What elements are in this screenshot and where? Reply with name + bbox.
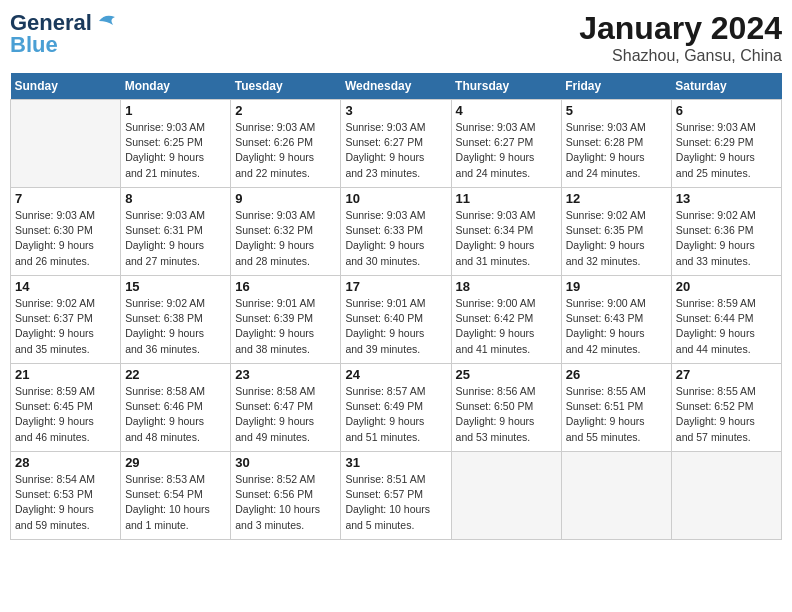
calendar-cell: 12Sunrise: 9:02 AMSunset: 6:35 PMDayligh… bbox=[561, 188, 671, 276]
calendar-cell: 9Sunrise: 9:03 AMSunset: 6:32 PMDaylight… bbox=[231, 188, 341, 276]
calendar-cell: 29Sunrise: 8:53 AMSunset: 6:54 PMDayligh… bbox=[121, 452, 231, 540]
day-info: Sunrise: 9:02 AMSunset: 6:38 PMDaylight:… bbox=[125, 296, 226, 357]
day-info: Sunrise: 9:03 AMSunset: 6:25 PMDaylight:… bbox=[125, 120, 226, 181]
day-number: 11 bbox=[456, 191, 557, 206]
calendar-cell: 14Sunrise: 9:02 AMSunset: 6:37 PMDayligh… bbox=[11, 276, 121, 364]
day-info: Sunrise: 9:03 AMSunset: 6:34 PMDaylight:… bbox=[456, 208, 557, 269]
day-info: Sunrise: 9:03 AMSunset: 6:32 PMDaylight:… bbox=[235, 208, 336, 269]
calendar-cell: 25Sunrise: 8:56 AMSunset: 6:50 PMDayligh… bbox=[451, 364, 561, 452]
day-info: Sunrise: 9:00 AMSunset: 6:42 PMDaylight:… bbox=[456, 296, 557, 357]
day-number: 23 bbox=[235, 367, 336, 382]
calendar-cell: 31Sunrise: 8:51 AMSunset: 6:57 PMDayligh… bbox=[341, 452, 451, 540]
day-number: 18 bbox=[456, 279, 557, 294]
calendar-cell: 28Sunrise: 8:54 AMSunset: 6:53 PMDayligh… bbox=[11, 452, 121, 540]
day-number: 30 bbox=[235, 455, 336, 470]
day-header-sunday: Sunday bbox=[11, 73, 121, 100]
day-number: 12 bbox=[566, 191, 667, 206]
day-info: Sunrise: 8:57 AMSunset: 6:49 PMDaylight:… bbox=[345, 384, 446, 445]
page-header: General Blue January 2024 Shazhou, Gansu… bbox=[10, 10, 782, 65]
calendar-cell: 6Sunrise: 9:03 AMSunset: 6:29 PMDaylight… bbox=[671, 100, 781, 188]
day-info: Sunrise: 9:02 AMSunset: 6:35 PMDaylight:… bbox=[566, 208, 667, 269]
logo-bird-icon bbox=[95, 11, 123, 31]
calendar-cell: 4Sunrise: 9:03 AMSunset: 6:27 PMDaylight… bbox=[451, 100, 561, 188]
day-header-wednesday: Wednesday bbox=[341, 73, 451, 100]
day-number: 25 bbox=[456, 367, 557, 382]
day-number: 6 bbox=[676, 103, 777, 118]
day-number: 8 bbox=[125, 191, 226, 206]
week-row-5: 28Sunrise: 8:54 AMSunset: 6:53 PMDayligh… bbox=[11, 452, 782, 540]
day-info: Sunrise: 8:58 AMSunset: 6:47 PMDaylight:… bbox=[235, 384, 336, 445]
calendar-cell bbox=[671, 452, 781, 540]
day-info: Sunrise: 8:54 AMSunset: 6:53 PMDaylight:… bbox=[15, 472, 116, 533]
day-number: 19 bbox=[566, 279, 667, 294]
day-info: Sunrise: 8:53 AMSunset: 6:54 PMDaylight:… bbox=[125, 472, 226, 533]
calendar-cell: 1Sunrise: 9:03 AMSunset: 6:25 PMDaylight… bbox=[121, 100, 231, 188]
calendar-cell: 23Sunrise: 8:58 AMSunset: 6:47 PMDayligh… bbox=[231, 364, 341, 452]
day-info: Sunrise: 9:01 AMSunset: 6:39 PMDaylight:… bbox=[235, 296, 336, 357]
day-header-friday: Friday bbox=[561, 73, 671, 100]
calendar-subtitle: Shazhou, Gansu, China bbox=[579, 47, 782, 65]
calendar-cell bbox=[11, 100, 121, 188]
calendar-header-row: SundayMondayTuesdayWednesdayThursdayFrid… bbox=[11, 73, 782, 100]
day-number: 27 bbox=[676, 367, 777, 382]
day-info: Sunrise: 9:03 AMSunset: 6:27 PMDaylight:… bbox=[345, 120, 446, 181]
calendar-cell: 21Sunrise: 8:59 AMSunset: 6:45 PMDayligh… bbox=[11, 364, 121, 452]
day-number: 24 bbox=[345, 367, 446, 382]
calendar-cell: 5Sunrise: 9:03 AMSunset: 6:28 PMDaylight… bbox=[561, 100, 671, 188]
logo: General Blue bbox=[10, 10, 123, 58]
day-number: 20 bbox=[676, 279, 777, 294]
day-info: Sunrise: 9:03 AMSunset: 6:28 PMDaylight:… bbox=[566, 120, 667, 181]
calendar-cell: 22Sunrise: 8:58 AMSunset: 6:46 PMDayligh… bbox=[121, 364, 231, 452]
day-number: 14 bbox=[15, 279, 116, 294]
calendar-cell: 8Sunrise: 9:03 AMSunset: 6:31 PMDaylight… bbox=[121, 188, 231, 276]
day-number: 29 bbox=[125, 455, 226, 470]
day-header-tuesday: Tuesday bbox=[231, 73, 341, 100]
week-row-3: 14Sunrise: 9:02 AMSunset: 6:37 PMDayligh… bbox=[11, 276, 782, 364]
day-info: Sunrise: 9:03 AMSunset: 6:26 PMDaylight:… bbox=[235, 120, 336, 181]
day-header-monday: Monday bbox=[121, 73, 231, 100]
calendar-cell: 18Sunrise: 9:00 AMSunset: 6:42 PMDayligh… bbox=[451, 276, 561, 364]
day-number: 10 bbox=[345, 191, 446, 206]
calendar-cell: 10Sunrise: 9:03 AMSunset: 6:33 PMDayligh… bbox=[341, 188, 451, 276]
day-number: 16 bbox=[235, 279, 336, 294]
day-number: 17 bbox=[345, 279, 446, 294]
day-info: Sunrise: 8:55 AMSunset: 6:52 PMDaylight:… bbox=[676, 384, 777, 445]
day-info: Sunrise: 9:01 AMSunset: 6:40 PMDaylight:… bbox=[345, 296, 446, 357]
day-info: Sunrise: 8:59 AMSunset: 6:44 PMDaylight:… bbox=[676, 296, 777, 357]
week-row-2: 7Sunrise: 9:03 AMSunset: 6:30 PMDaylight… bbox=[11, 188, 782, 276]
logo-blue: Blue bbox=[10, 32, 58, 58]
day-number: 1 bbox=[125, 103, 226, 118]
day-info: Sunrise: 8:52 AMSunset: 6:56 PMDaylight:… bbox=[235, 472, 336, 533]
calendar-cell: 24Sunrise: 8:57 AMSunset: 6:49 PMDayligh… bbox=[341, 364, 451, 452]
calendar-cell: 13Sunrise: 9:02 AMSunset: 6:36 PMDayligh… bbox=[671, 188, 781, 276]
calendar-cell: 11Sunrise: 9:03 AMSunset: 6:34 PMDayligh… bbox=[451, 188, 561, 276]
day-number: 31 bbox=[345, 455, 446, 470]
calendar-cell: 30Sunrise: 8:52 AMSunset: 6:56 PMDayligh… bbox=[231, 452, 341, 540]
calendar-cell: 17Sunrise: 9:01 AMSunset: 6:40 PMDayligh… bbox=[341, 276, 451, 364]
day-number: 7 bbox=[15, 191, 116, 206]
day-number: 28 bbox=[15, 455, 116, 470]
day-number: 21 bbox=[15, 367, 116, 382]
day-number: 22 bbox=[125, 367, 226, 382]
week-row-1: 1Sunrise: 9:03 AMSunset: 6:25 PMDaylight… bbox=[11, 100, 782, 188]
day-info: Sunrise: 9:00 AMSunset: 6:43 PMDaylight:… bbox=[566, 296, 667, 357]
week-row-4: 21Sunrise: 8:59 AMSunset: 6:45 PMDayligh… bbox=[11, 364, 782, 452]
calendar-table: SundayMondayTuesdayWednesdayThursdayFrid… bbox=[10, 73, 782, 540]
day-number: 2 bbox=[235, 103, 336, 118]
day-info: Sunrise: 8:51 AMSunset: 6:57 PMDaylight:… bbox=[345, 472, 446, 533]
day-number: 15 bbox=[125, 279, 226, 294]
day-info: Sunrise: 8:55 AMSunset: 6:51 PMDaylight:… bbox=[566, 384, 667, 445]
day-info: Sunrise: 9:03 AMSunset: 6:30 PMDaylight:… bbox=[15, 208, 116, 269]
day-info: Sunrise: 9:03 AMSunset: 6:33 PMDaylight:… bbox=[345, 208, 446, 269]
calendar-cell bbox=[451, 452, 561, 540]
calendar-cell: 20Sunrise: 8:59 AMSunset: 6:44 PMDayligh… bbox=[671, 276, 781, 364]
calendar-title: January 2024 bbox=[579, 10, 782, 47]
day-number: 26 bbox=[566, 367, 667, 382]
day-number: 3 bbox=[345, 103, 446, 118]
day-info: Sunrise: 9:02 AMSunset: 6:36 PMDaylight:… bbox=[676, 208, 777, 269]
calendar-cell: 7Sunrise: 9:03 AMSunset: 6:30 PMDaylight… bbox=[11, 188, 121, 276]
calendar-cell: 27Sunrise: 8:55 AMSunset: 6:52 PMDayligh… bbox=[671, 364, 781, 452]
calendar-cell: 19Sunrise: 9:00 AMSunset: 6:43 PMDayligh… bbox=[561, 276, 671, 364]
day-info: Sunrise: 8:58 AMSunset: 6:46 PMDaylight:… bbox=[125, 384, 226, 445]
day-info: Sunrise: 9:02 AMSunset: 6:37 PMDaylight:… bbox=[15, 296, 116, 357]
